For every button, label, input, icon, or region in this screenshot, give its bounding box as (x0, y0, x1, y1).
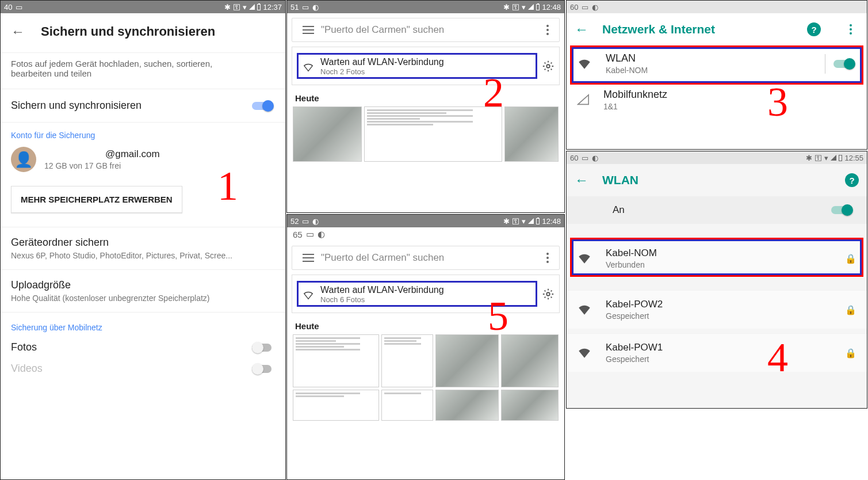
bluetooth-icon: ✱ (503, 3, 510, 12)
thumbnail[interactable] (501, 334, 559, 387)
thumbnail[interactable] (381, 390, 433, 421)
search-bar[interactable]: "Puerto del Carmen" suchen (292, 18, 560, 42)
thumbnail[interactable] (293, 106, 362, 162)
divider (825, 54, 825, 74)
wifi-icon: ▾ (243, 3, 247, 12)
wifi-icon: ▾ (824, 154, 828, 162)
mobile-photos-label: Fotos (11, 341, 37, 353)
account-storage: 12 GB von 17 GB frei (44, 161, 160, 170)
network-item[interactable]: Kabel-POW2 Gespeichert 🔒 (567, 290, 867, 329)
battery-icon (536, 218, 540, 224)
mobile-videos-row[interactable]: Videos (1, 359, 285, 385)
page-title: WLAN (602, 173, 831, 187)
toggle-label: Sichern und synchronisieren (11, 100, 142, 112)
notification-count: 52 (290, 217, 299, 226)
wlan-row[interactable]: WLAN Kabel-NOM (567, 45, 867, 82)
wlan-waiting-sub: Noch 2 Fotos (320, 67, 444, 76)
mobile-title: Mobilfunknetz (603, 89, 667, 101)
mobile-videos-switch[interactable] (252, 363, 275, 375)
description-text: Fotos auf jedem Gerät hochladen, suchen,… (1, 53, 285, 89)
help-icon[interactable]: ? (807, 22, 821, 36)
battery-icon (839, 155, 842, 161)
notification-count: 60 (570, 154, 578, 162)
vpn-key-icon: ⚿ (512, 217, 519, 226)
status-bar: 40 ▭ ✱ ⚿ ▾ 12:37 (1, 1, 285, 13)
thumbnail[interactable] (435, 390, 499, 421)
thumbnail[interactable] (293, 334, 379, 387)
wifi-outline-icon (302, 288, 315, 301)
picture-icon: ▭ (302, 3, 309, 12)
notification-count-inner: 65 (293, 230, 303, 239)
sync-icon: ◐ (592, 154, 598, 162)
status-time: 12:55 (844, 154, 863, 162)
svg-point-1 (546, 292, 550, 296)
network-item[interactable]: Kabel-NOM Verbunden 🔒 (567, 239, 867, 277)
menu-icon[interactable] (296, 26, 321, 34)
account-row[interactable]: 👤 @gmail.com 12 GB von 17 GB frei (1, 143, 285, 180)
lock-icon: 🔒 (845, 253, 856, 264)
photo-thumbnails (287, 106, 564, 162)
mobile-network-row[interactable]: Mobilfunknetz 1&1 (567, 82, 867, 118)
picture-icon: ▭ (16, 3, 22, 12)
account-section-label: Konto für die Sicherung (1, 123, 285, 143)
upload-size-row[interactable]: Uploadgröße Hohe Qualität (kostenloser u… (1, 269, 285, 312)
mobile-photos-row[interactable]: Fotos (1, 336, 285, 359)
gear-icon[interactable] (542, 288, 555, 300)
page-title: Netzwerk & Internet (602, 22, 793, 36)
signal-icon (831, 155, 836, 161)
thumbnail[interactable] (504, 106, 559, 162)
menu-icon[interactable] (296, 254, 321, 262)
secondary-status: 65 ▭ ◐ (287, 227, 564, 241)
search-bar[interactable]: "Puerto del Carmen" suchen (292, 246, 560, 270)
gear-icon[interactable] (542, 60, 555, 73)
photo-thumbnails-row2 (287, 390, 564, 421)
page-title: Sichern und synchronisieren (41, 24, 215, 39)
wlan-master-toggle-row[interactable]: An (567, 196, 867, 224)
backup-status-card[interactable]: Warten auf WLAN-Verbindung Noch 2 Fotos (292, 47, 560, 85)
vpn-key-icon: ⚿ (815, 154, 822, 162)
back-arrow-icon[interactable]: ← (575, 172, 588, 188)
thumbnail[interactable] (381, 334, 433, 387)
overflow-menu-icon[interactable] (540, 253, 556, 263)
upload-size-title: Uploadgröße (11, 279, 275, 291)
status-bar: 60 ▭ ◐ (567, 1, 867, 13)
network-item[interactable]: Kabel-POW1 Gespeichert 🔒 (567, 333, 867, 372)
vpn-key-icon: ⚿ (233, 3, 240, 12)
buy-storage-button[interactable]: MEHR SPEICHERPLATZ ERWERBEN (11, 186, 182, 213)
notification-count: 40 (4, 3, 12, 12)
network-name: Kabel-NOM (606, 247, 657, 259)
battery-icon (536, 4, 540, 10)
thumbnail[interactable] (293, 390, 379, 421)
thumbnail[interactable] (364, 106, 502, 162)
section-today: Heute (287, 315, 564, 334)
notification-count: 60 (570, 3, 578, 12)
picture-icon: ▭ (582, 154, 588, 162)
app-header: ← Netzwerk & Internet ? (567, 13, 867, 45)
backup-status-card[interactable]: Warten auf WLAN-Verbindung Noch 6 Fotos (292, 275, 560, 313)
wlan-master-switch[interactable] (831, 204, 854, 216)
thumbnail[interactable] (435, 334, 499, 387)
backup-sync-switch[interactable] (252, 100, 275, 112)
panel-backup-sync: 40 ▭ ✱ ⚿ ▾ 12:37 ← Sichern und synchroni… (0, 0, 286, 480)
wifi-icon (577, 251, 592, 266)
wlan-title: WLAN (606, 52, 648, 64)
thumbnail[interactable] (501, 390, 559, 421)
status-time: 12:48 (542, 217, 561, 226)
back-arrow-icon[interactable]: ← (11, 24, 25, 40)
overflow-menu-icon[interactable] (540, 25, 556, 35)
status-time: 12:37 (263, 3, 282, 12)
bluetooth-icon: ✱ (806, 154, 812, 162)
bluetooth-icon: ✱ (224, 3, 231, 12)
wlan-waiting-title: Warten auf WLAN-Verbindung (320, 57, 444, 67)
network-name: Kabel-POW2 (606, 299, 663, 310)
mobile-photos-switch[interactable] (252, 342, 275, 353)
help-icon[interactable]: ? (845, 173, 859, 187)
overflow-menu-icon[interactable] (843, 24, 859, 35)
panel-wlan-list: 60 ▭ ◐ ✱ ⚿ ▾ 12:55 ← WLAN ? An Kabel-NOM… (566, 151, 867, 409)
back-arrow-icon[interactable]: ← (575, 21, 588, 37)
backup-sync-toggle-row[interactable]: Sichern und synchronisieren (1, 89, 285, 123)
device-folders-row[interactable]: Geräteordner sichern Nexus 6P, Photo Stu… (1, 227, 285, 269)
wlan-switch[interactable] (833, 58, 856, 70)
mobile-videos-label: Videos (11, 363, 43, 375)
wlan-sub: Kabel-NOM (606, 66, 648, 75)
